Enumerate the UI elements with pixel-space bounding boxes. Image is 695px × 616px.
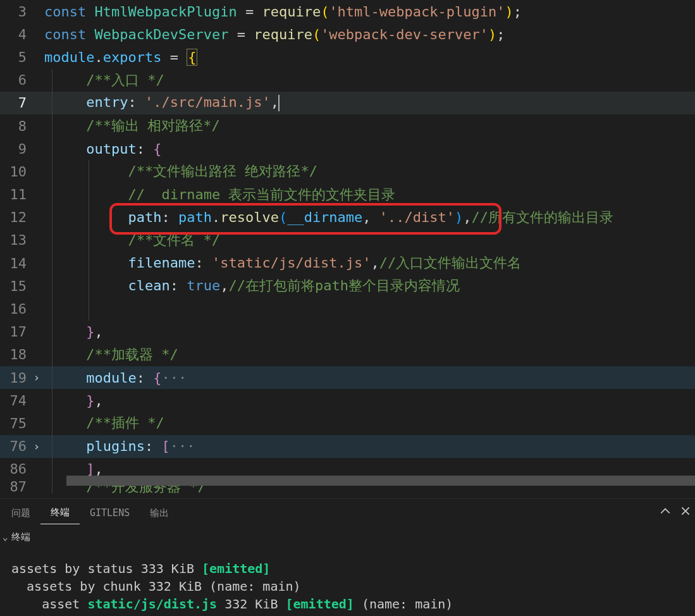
close-icon[interactable] (680, 505, 691, 519)
string: 'html-webpack-plugin' (329, 4, 505, 20)
prop-module: module (86, 370, 136, 386)
code-line-folded[interactable]: 19 › module: {··· (0, 366, 695, 389)
paren: ) (455, 209, 463, 225)
panel-sub-label: 终端 (11, 531, 30, 543)
tab-output[interactable]: 输出 (140, 501, 179, 524)
brace-close: } (86, 324, 94, 340)
semicolon: ; (496, 27, 505, 42)
tab-terminal[interactable]: 终端 (40, 500, 80, 524)
comma: , (94, 393, 102, 409)
brace-open: { (187, 49, 197, 66)
term-text: asset (11, 596, 87, 612)
paren: ( (312, 27, 321, 42)
term-emitted: [emitted] (202, 561, 270, 576)
brace-open: { (153, 141, 161, 157)
code-editor[interactable]: 3 const HtmlWebpackPlugin = require('htm… (0, 0, 695, 498)
code-line-folded[interactable]: 76 › plugins: [··· (0, 435, 695, 458)
operator: = (228, 27, 254, 42)
line-number: 7 (0, 95, 29, 111)
comment: //入口文件输出文件名 (379, 255, 522, 271)
fold-ellipsis[interactable]: ··· (161, 370, 187, 386)
line-number: 76 (0, 438, 29, 454)
comment: /**入口 */ (86, 72, 164, 88)
paren: ( (321, 4, 329, 20)
dot: . (212, 209, 220, 225)
terminal-output[interactable]: assets by status 333 KiB [emitted] asset… (0, 548, 695, 613)
code-line[interactable]: 12 path: path.resolve(__dirname, '../dis… (0, 206, 695, 229)
comma: , (371, 255, 379, 271)
semicolon: ; (514, 4, 522, 20)
code-line[interactable]: 15 clean: true,//在打包前将path整个目录内容情况 (0, 274, 695, 297)
ident-dirname: __dirname (287, 209, 362, 225)
prop-entry: entry (86, 94, 128, 110)
fold-collapsed-icon[interactable]: › (34, 441, 40, 452)
fn-require: require (262, 4, 321, 20)
code-line[interactable]: 17 }, (0, 321, 695, 343)
comment: // dirname 表示当前文件的文件夹目录 (128, 187, 395, 202)
line-number: 87 (0, 481, 29, 493)
colon: : (128, 94, 136, 110)
prop-path: path (128, 209, 161, 225)
prop-clean: clean (128, 278, 169, 293)
comment: /**文件名 */ (128, 232, 219, 248)
prop-plugins: plugins (86, 438, 145, 454)
line-number: 14 (0, 256, 29, 271)
ident: HtmlWebpackPlugin (94, 4, 237, 20)
code-line[interactable]: 13 /**文件名 */ (0, 229, 695, 252)
fold-ellipsis[interactable]: ··· (170, 438, 195, 454)
line-number: 15 (0, 278, 29, 294)
chevron-down-icon[interactable]: ⌄ (3, 532, 8, 542)
line-number: 6 (0, 72, 29, 88)
chevron-up-icon[interactable] (660, 505, 671, 519)
bottom-panel: 问题 终端 GITLENS 输出 ⌄ 终端 assets by status 3… (0, 498, 695, 616)
keyword-const: const (44, 27, 86, 42)
code-line[interactable]: 9 output: { (0, 137, 695, 160)
comma: , (271, 94, 279, 110)
comma: , (362, 209, 371, 225)
code-line[interactable]: 4 const WebpackDevServer = require('webp… (0, 23, 695, 46)
code-line-current[interactable]: 7 entry: './src/main.js', (0, 92, 695, 114)
term-text: 332 KiB (217, 596, 285, 612)
code-line[interactable]: 74 }, (0, 389, 695, 412)
line-number: 19 (0, 370, 29, 386)
ident-exports: exports (103, 49, 162, 65)
text-cursor (278, 95, 280, 111)
code-line[interactable]: 5 module.exports = { (0, 46, 695, 68)
code-line[interactable]: 8 /**输出 相对路径*/ (0, 114, 695, 137)
prop-output: output (86, 141, 136, 157)
brace-close: } (86, 393, 94, 409)
horizontal-scrollbar[interactable] (66, 476, 695, 486)
code-line[interactable]: 16 (0, 297, 695, 320)
term-text: (name: main) (354, 596, 453, 612)
line-number: 86 (0, 461, 29, 477)
string: 'webpack-dev-server' (321, 27, 488, 42)
term-text: assets by chunk 332 KiB (name: main) (11, 579, 301, 594)
colon: : (137, 370, 145, 386)
colon: : (137, 141, 145, 157)
term-emitted: [emitted] (286, 596, 354, 612)
panel-sub-header[interactable]: ⌄ 终端 (0, 526, 695, 548)
paren: ( (279, 209, 287, 225)
dot: . (94, 49, 102, 65)
code-line[interactable]: 3 const HtmlWebpackPlugin = require('htm… (0, 0, 695, 23)
fold-collapsed-icon[interactable]: › (34, 372, 40, 383)
code-line[interactable]: 18 /**加载器 */ (0, 343, 695, 366)
line-number: 5 (0, 49, 29, 65)
colon: : (170, 278, 178, 293)
code-line[interactable]: 14 filename: 'static/js/dist.js',//入口文件输… (0, 252, 695, 274)
bracket-open: [ (161, 438, 169, 454)
line-number: 16 (0, 301, 29, 317)
line-number: 18 (0, 347, 29, 362)
term-text: assets by status 333 KiB (11, 561, 202, 576)
code-line[interactable]: 10 /**文件输出路径 绝对路径*/ (0, 160, 695, 183)
string: './src/main.js' (145, 94, 271, 110)
code-line[interactable]: 6 /**入口 */ (0, 69, 695, 92)
colon: : (145, 438, 153, 454)
string: 'static/js/dist.js' (212, 255, 371, 271)
code-line[interactable]: 11 // dirname 表示当前文件的文件夹目录 (0, 183, 695, 206)
tab-gitlens[interactable]: GITLENS (80, 501, 140, 524)
code-line[interactable]: 75 /**插件 */ (0, 412, 695, 434)
line-number: 11 (0, 187, 29, 202)
comment: /**加载器 */ (86, 347, 178, 362)
tab-problems[interactable]: 问题 (1, 501, 40, 524)
